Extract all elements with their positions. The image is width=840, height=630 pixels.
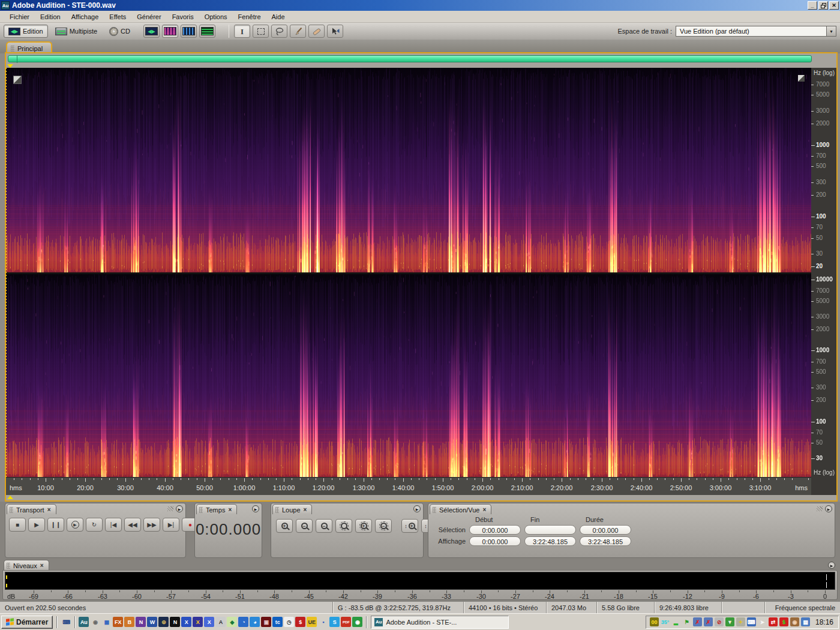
tray-mouse[interactable]: ◉	[790, 617, 799, 626]
tray-sync[interactable]: ⇄	[769, 617, 778, 626]
title-bar[interactable]: Au Adobe Audition - STE-000.wav _ ✕	[0, 0, 840, 11]
tray-flag[interactable]: ⚑	[682, 617, 691, 626]
task-button-audition[interactable]: Au Adobe Audition - STE-...	[371, 616, 509, 629]
time-ruler[interactable]: 10:0020:0030:0040:0050:001:00:001:10:001…	[6, 477, 811, 495]
minimize-button[interactable]: _	[808, 1, 817, 10]
loop-button[interactable]: ↻	[86, 518, 103, 532]
quicklaunch-game[interactable]: ◆	[227, 617, 237, 627]
quicklaunch-planet[interactable]: ⊚	[158, 617, 169, 627]
zoom-out-horizontal-button[interactable]: −	[296, 519, 313, 533]
menu-fenêtre[interactable]: Fenêtre	[233, 12, 266, 22]
menu-générer[interactable]: Générer	[132, 12, 166, 22]
spectral-pan-view-button[interactable]	[181, 25, 197, 38]
panel-menu-button[interactable]: ▶	[176, 505, 183, 512]
menu-fichier[interactable]: Fichier	[5, 12, 34, 22]
affichage-debut-field[interactable]: 0:00.000	[469, 536, 521, 546]
select-all-corner-button[interactable]	[13, 76, 22, 84]
quicklaunch-a[interactable]: A	[215, 617, 226, 627]
selection-fin-field[interactable]	[524, 525, 576, 535]
tray-keys[interactable]: ⌨	[747, 617, 756, 626]
menu-affichage[interactable]: Affichage	[67, 12, 104, 22]
zoom-out-full-button[interactable]: −	[316, 519, 332, 533]
tray-file[interactable]: ▤	[801, 617, 810, 626]
selection-start-marker-icon[interactable]	[7, 496, 13, 499]
time-selection-tool-button[interactable]: I	[234, 25, 250, 38]
tray-currency[interactable]: $	[779, 617, 788, 626]
quicklaunch-globe1[interactable]: ◔	[238, 617, 248, 627]
zoom-in-horizontal-button[interactable]: +	[276, 519, 293, 533]
close-icon[interactable]: ×	[228, 507, 232, 513]
spectral-phase-view-button[interactable]	[199, 25, 215, 38]
panel-menu-button[interactable]: ▶	[825, 505, 832, 512]
lasso-selection-tool-button[interactable]	[271, 25, 287, 38]
tab-transport[interactable]: Transport ×	[7, 504, 56, 514]
quicklaunch-pdf[interactable]: PDF	[341, 617, 351, 627]
quicklaunch-fx[interactable]: FX	[113, 617, 123, 627]
quicklaunch-calculator[interactable]: ▦	[101, 617, 112, 627]
tray-blocked[interactable]: ⊘	[715, 617, 724, 626]
effects-paintbrush-tool-button[interactable]	[290, 25, 306, 38]
quicklaunch-darkred[interactable]: ▣	[261, 617, 271, 627]
tray-click[interactable]: ➤	[758, 617, 767, 626]
selection-duree-field[interactable]: 0:00.000	[580, 525, 631, 535]
restore-button[interactable]	[818, 1, 828, 10]
edition-mode-button[interactable]: ◀▶ Edition	[4, 25, 48, 38]
tray-network-1[interactable]: ✗	[693, 617, 702, 626]
tray-package[interactable]: ▼	[725, 617, 734, 626]
play-looped-button[interactable]: ▶	[67, 518, 83, 532]
menu-options[interactable]: Options	[200, 12, 232, 22]
start-button[interactable]: Démarrer	[1, 616, 53, 629]
quicklaunch-netscape[interactable]: N	[170, 617, 180, 627]
tab-selection-vue[interactable]: Sélection/Vue ×	[430, 504, 491, 514]
close-icon[interactable]: ×	[304, 507, 307, 513]
zoom-to-selection-button[interactable]	[335, 519, 352, 533]
rewind-button[interactable]: ◀◀	[124, 518, 141, 532]
menu-aide[interactable]: Aide	[267, 12, 290, 22]
spectrogram-left-channel[interactable]	[6, 68, 811, 272]
quicklaunch-audition[interactable]: Au	[79, 617, 89, 627]
quicklaunch-media[interactable]: ◉	[352, 617, 362, 627]
quicklaunch-x1[interactable]: X	[181, 617, 191, 627]
menu-favoris[interactable]: Favoris	[167, 12, 199, 22]
menu-effets[interactable]: Effets	[104, 12, 131, 22]
waveform-view-button[interactable]: ◀▶	[143, 25, 160, 38]
multipiste-mode-button[interactable]: Multipiste	[50, 25, 102, 38]
zoom-in-left-edge-button[interactable]: +	[355, 519, 372, 533]
level-meter[interactable]	[5, 572, 835, 590]
quicklaunch-x2[interactable]: X	[193, 617, 203, 627]
panel-menu-button[interactable]: ▶	[252, 505, 259, 512]
spot-healing-brush-tool-button[interactable]	[308, 25, 325, 38]
tab-niveaux[interactable]: Niveaux ×	[4, 560, 49, 570]
zoom-in-right-edge-button[interactable]: −	[375, 519, 392, 533]
cd-mode-button[interactable]: CD	[104, 25, 135, 38]
tab-loupe[interactable]: Loupe ×	[272, 504, 312, 514]
tray-minimized[interactable]: ▂	[671, 617, 680, 626]
go-to-beginning-button[interactable]: |◀	[105, 518, 122, 532]
quicklaunch-bryce[interactable]: B	[124, 617, 134, 627]
quicklaunch-ue[interactable]: UE	[307, 617, 317, 627]
quicklaunch-clock[interactable]: ◷	[284, 617, 294, 627]
menu-edition[interactable]: Edition	[35, 12, 65, 22]
quicklaunch-tc[interactable]: tc	[272, 617, 283, 627]
quicklaunch-word[interactable]: W	[147, 617, 157, 627]
workspace-dropdown[interactable]: Vue Edition (par défaut) ▼	[676, 26, 836, 37]
chevron-down-icon[interactable]: ▼	[826, 26, 836, 36]
pause-button[interactable]: ❙❙	[47, 518, 64, 532]
tab-temps[interactable]: Temps ×	[196, 504, 237, 514]
close-button[interactable]: ✕	[829, 1, 839, 10]
quicklaunch-keyboard[interactable]: ⌨	[61, 617, 71, 627]
stop-button[interactable]: ■	[9, 518, 26, 532]
quicklaunch-blue[interactable]: ▪	[318, 617, 328, 627]
selection-debut-field[interactable]: 0:00.000	[469, 525, 521, 535]
go-to-end-button[interactable]: ▶|	[163, 518, 179, 532]
close-icon[interactable]: ×	[40, 563, 44, 569]
close-icon[interactable]: ×	[47, 507, 51, 513]
scrub-tool-button[interactable]	[327, 25, 343, 38]
tray-battery[interactable]: 00	[650, 617, 659, 626]
tray-temperature[interactable]: 35°	[661, 617, 670, 626]
marquee-selection-tool-button[interactable]	[253, 25, 269, 38]
selection-boundary-line[interactable]	[6, 68, 7, 477]
affichage-fin-field[interactable]: 3:22:48.185	[524, 536, 576, 546]
quicklaunch-globe2[interactable]: ◕	[250, 617, 260, 627]
affichage-duree-field[interactable]: 3:22:48.185	[580, 536, 631, 546]
